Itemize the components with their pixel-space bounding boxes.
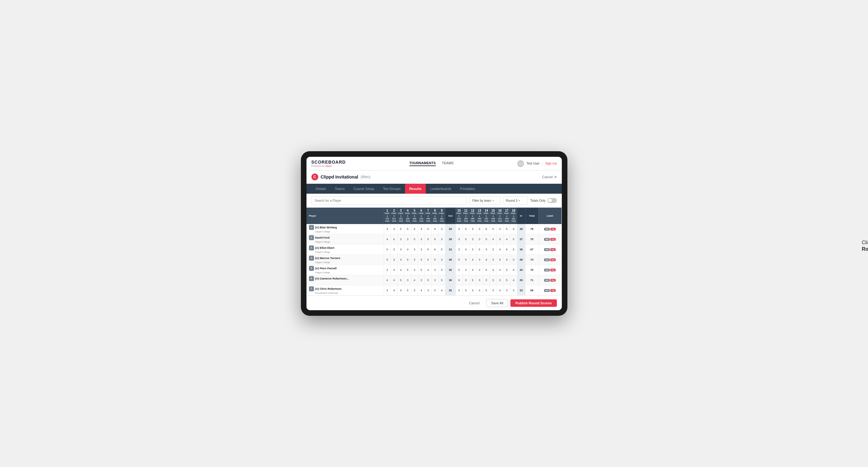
score-out-2[interactable]: 4 (391, 285, 398, 295)
score-out-9[interactable]: 3 (438, 234, 445, 244)
score-in-15[interactable]: 5 (490, 224, 496, 234)
score-in-10[interactable]: 5 (456, 264, 462, 275)
score-in-14[interactable]: 6 (483, 224, 490, 234)
score-in-14[interactable]: 5 (483, 234, 490, 244)
score-out-9[interactable]: 3 (438, 224, 445, 234)
score-out-5[interactable]: 3 (411, 244, 418, 254)
score-in-15[interactable]: 3 (490, 285, 496, 295)
score-out-2[interactable]: 6 (391, 234, 398, 244)
dq-badge[interactable]: DQ (550, 228, 556, 230)
round-dropdown[interactable]: Round 3 ▾ (503, 196, 528, 205)
score-in-17[interactable]: 6 (503, 244, 510, 254)
totals-only-toggle[interactable]: Totals Only (530, 198, 557, 203)
score-in-12[interactable]: 4 (469, 264, 476, 275)
score-out-9[interactable]: 5 (438, 275, 445, 285)
score-in-16[interactable]: 4 (496, 285, 503, 295)
dq-badge[interactable]: DQ (550, 289, 556, 292)
wd-badge[interactable]: WD (544, 258, 550, 261)
score-out-8[interactable]: 3 (432, 264, 438, 275)
score-in-15[interactable]: 4 (490, 234, 496, 244)
nav-tournaments[interactable]: TOURNAMENTS (409, 161, 436, 166)
score-out-7[interactable]: 5 (425, 254, 432, 264)
score-out-5[interactable]: 4 (411, 224, 418, 234)
score-in-12[interactable]: 3 (469, 224, 476, 234)
wd-badge[interactable]: WD (544, 269, 550, 272)
nav-teams[interactable]: TEAMS (442, 161, 454, 166)
wd-badge[interactable]: WD (544, 289, 550, 292)
sign-out-link[interactable]: Sign out (546, 162, 557, 165)
score-in-10[interactable]: 3 (456, 285, 462, 295)
score-out-4[interactable]: 4 (404, 244, 411, 254)
score-out-6[interactable]: 3 (418, 234, 425, 244)
score-out-2[interactable]: 3 (391, 244, 398, 254)
score-out-9[interactable]: 5 (438, 264, 445, 275)
score-in-11[interactable]: 5 (462, 224, 469, 234)
score-out-9[interactable]: 3 (438, 254, 445, 264)
score-in-16[interactable]: 3 (496, 275, 503, 285)
score-in-11[interactable]: 3 (462, 264, 469, 275)
score-in-14[interactable]: 5 (483, 264, 490, 275)
score-in-17[interactable]: 5 (503, 275, 510, 285)
cancel-tournament-btn[interactable]: Cancel ✕ (542, 175, 557, 179)
score-in-16[interactable]: 4 (496, 244, 503, 254)
score-in-14[interactable]: 4 (483, 254, 490, 264)
score-in-11[interactable]: 5 (462, 234, 469, 244)
score-in-16[interactable]: 5 (496, 254, 503, 264)
score-in-11[interactable]: 3 (462, 275, 469, 285)
score-out-6[interactable]: 4 (418, 285, 425, 295)
score-in-12[interactable]: 3 (469, 244, 476, 254)
score-in-13[interactable]: 3 (476, 234, 483, 244)
score-out-8[interactable]: 6 (432, 234, 438, 244)
score-out-6[interactable]: 3 (418, 275, 425, 285)
score-in-12[interactable]: 3 (469, 234, 476, 244)
score-in-11[interactable]: 4 (462, 244, 469, 254)
score-out-2[interactable]: 3 (391, 264, 398, 275)
score-in-18[interactable]: 3 (510, 254, 517, 264)
dq-badge[interactable]: DQ (550, 279, 556, 282)
cancel-button[interactable]: Cancel (465, 299, 484, 307)
score-in-11[interactable]: 5 (462, 254, 469, 264)
score-in-13[interactable]: 3 (476, 264, 483, 275)
score-out-8[interactable]: 5 (432, 285, 438, 295)
score-out-6[interactable]: 3 (418, 224, 425, 234)
score-in-17[interactable]: 3 (503, 285, 510, 295)
score-in-15[interactable]: 4 (490, 264, 496, 275)
score-out-6[interactable]: 5 (418, 264, 425, 275)
score-out-7[interactable]: 4 (425, 264, 432, 275)
score-in-16[interactable]: 3 (496, 264, 503, 275)
search-input[interactable] (311, 196, 467, 205)
wd-badge[interactable]: WD (544, 248, 550, 251)
score-in-16[interactable]: 5 (496, 234, 503, 244)
dq-badge[interactable]: DQ (550, 238, 556, 241)
score-in-18[interactable]: 6 (510, 224, 517, 234)
score-in-10[interactable]: 3 (456, 244, 462, 254)
score-in-10[interactable]: 6 (456, 275, 462, 285)
tab-tee-groups[interactable]: Tee Groups (379, 184, 405, 194)
score-in-11[interactable]: 5 (462, 285, 469, 295)
score-in-17[interactable]: 4 (503, 234, 510, 244)
score-in-12[interactable]: 3 (469, 285, 476, 295)
score-in-14[interactable]: 3 (483, 244, 490, 254)
score-out-1[interactable]: 3 (384, 224, 391, 234)
score-in-15[interactable]: 3 (490, 275, 496, 285)
score-out-3[interactable]: 4 (398, 264, 404, 275)
score-out-8[interactable]: 3 (432, 275, 438, 285)
score-out-7[interactable]: 3 (425, 285, 432, 295)
score-out-7[interactable]: 5 (425, 244, 432, 254)
score-in-13[interactable]: 5 (476, 244, 483, 254)
score-out-3[interactable]: 3 (398, 244, 404, 254)
score-out-6[interactable]: 3 (418, 244, 425, 254)
score-in-17[interactable]: 4 (503, 254, 510, 264)
score-out-8[interactable]: 6 (432, 224, 438, 234)
score-out-3[interactable]: 4 (398, 254, 404, 264)
score-out-2[interactable]: 3 (391, 224, 398, 234)
tab-printables[interactable]: Printables (456, 184, 479, 194)
score-out-2[interactable]: 4 (391, 275, 398, 285)
dq-badge[interactable]: DQ (550, 258, 556, 261)
score-out-4[interactable]: 5 (404, 254, 411, 264)
score-in-12[interactable]: 4 (469, 254, 476, 264)
score-out-4[interactable]: 5 (404, 285, 411, 295)
score-in-17[interactable]: 5 (503, 224, 510, 234)
score-in-18[interactable]: 6 (510, 264, 517, 275)
toggle-switch[interactable] (548, 198, 557, 203)
